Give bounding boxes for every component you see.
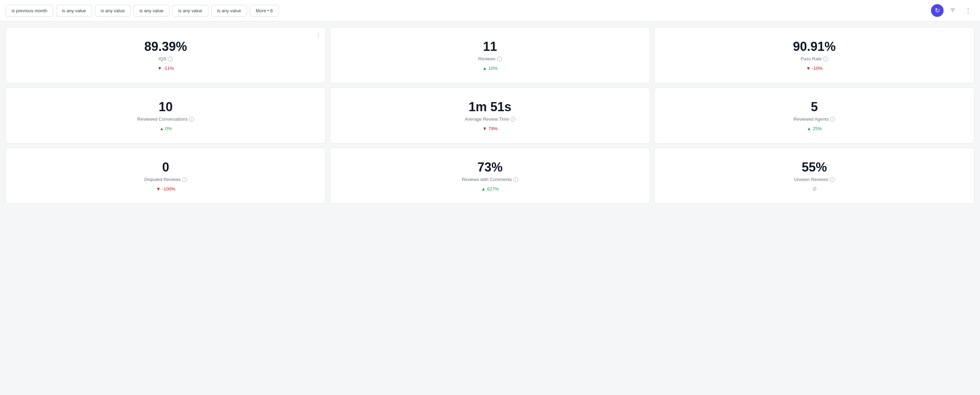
- info-icon-reviews[interactable]: i: [497, 56, 502, 61]
- metrics-grid: ⋮89.39%IQSi -11%11Reviewsi 10%90.91%Pass…: [0, 21, 980, 209]
- metric-card-reviews_with_comments: 73%Reviews with Commentsi 627%: [330, 148, 650, 204]
- metric-change-reviewed_agents: 25%: [807, 126, 822, 131]
- info-icon-reviewed_conversations[interactable]: i: [189, 117, 194, 122]
- filter-pill-f2[interactable]: is any value: [95, 5, 131, 16]
- filter-pill-f3[interactable]: is any value: [134, 5, 170, 16]
- filter-pill-f4[interactable]: is any value: [172, 5, 208, 16]
- more-filters-button[interactable]: More • 8: [250, 5, 279, 16]
- metric-value-reviews_with_comments: 73%: [477, 160, 503, 175]
- metric-change-iqs: -11%: [157, 66, 174, 71]
- metric-card-reviewed_agents: 5Reviewed Agentsi 25%: [654, 87, 974, 144]
- info-icon-reviews_with_comments[interactable]: i: [513, 177, 518, 182]
- metric-change-avg_review_time: 79%: [483, 126, 498, 131]
- arrow-down-icon-avg_review_time: [483, 126, 487, 131]
- more-options-button[interactable]: ⋮: [962, 4, 974, 17]
- arrow-down-icon-iqs: [157, 66, 162, 71]
- metric-change-reviewed_conversations: 0%: [159, 126, 172, 131]
- metric-label-avg_review_time: Average Review Timei: [465, 117, 515, 122]
- metric-value-disputed_reviews: 0: [162, 160, 169, 175]
- metric-value-reviewed_conversations: 10: [159, 100, 173, 114]
- metric-value-avg_review_time: 1m 51s: [469, 100, 511, 114]
- filter-bar: is previous monthis any valueis any valu…: [0, 0, 980, 21]
- metric-card-avg_review_time: 1m 51sAverage Review Timei 79%: [330, 87, 650, 144]
- metric-card-disputed_reviews: 0Disputed Reviewsi -100%: [6, 148, 326, 204]
- metric-label-reviews_with_comments: Reviews with Commentsi: [462, 177, 518, 182]
- metric-label-disputed_reviews: Disputed Reviewsi: [144, 177, 187, 182]
- filter-button[interactable]: [947, 4, 959, 17]
- metric-change-reviews: 10%: [483, 66, 498, 71]
- arrow-down-icon-disputed_reviews: [156, 186, 161, 192]
- metric-change-disputed_reviews: -100%: [156, 186, 175, 192]
- info-icon-reviewed_agents[interactable]: i: [830, 117, 835, 122]
- metric-value-pass_rate: 90.91%: [793, 39, 836, 54]
- info-icon-disputed_reviews[interactable]: i: [182, 177, 187, 182]
- arrow-up-icon-reviews: [483, 66, 487, 71]
- metric-card-reviews: 11Reviewsi 10%: [330, 27, 650, 83]
- info-icon-avg_review_time[interactable]: i: [510, 117, 515, 122]
- refresh-button[interactable]: ↻: [931, 4, 943, 17]
- metric-card-unseen_reviews: 55%Unseen Reviewsi∅: [654, 148, 974, 204]
- filter-pill-f1[interactable]: is any value: [56, 5, 92, 16]
- info-icon-unseen_reviews[interactable]: i: [830, 177, 835, 182]
- card-menu-button[interactable]: ⋮: [316, 32, 321, 38]
- metric-label-pass_rate: Pass Ratei: [801, 56, 828, 61]
- arrow-up-icon-reviewed_agents: [807, 126, 811, 131]
- metric-value-iqs: 89.39%: [144, 39, 187, 54]
- metric-value-unseen_reviews: 55%: [802, 160, 827, 175]
- metric-change-unseen_reviews: ∅: [813, 186, 816, 192]
- info-icon-pass_rate[interactable]: i: [823, 56, 828, 61]
- metric-value-reviews: 11: [483, 39, 497, 54]
- metric-card-pass_rate: 90.91%Pass Ratei -10%: [654, 27, 974, 83]
- metric-change-pass_rate: -10%: [806, 66, 822, 71]
- filter-pill-f5[interactable]: is any value: [211, 5, 247, 16]
- metric-card-reviewed_conversations: 10Reviewed Conversationsi 0%: [6, 87, 326, 144]
- arrow-down-icon-pass_rate: [806, 66, 810, 71]
- filter-pill-date[interactable]: is previous month: [6, 5, 53, 16]
- metric-value-reviewed_agents: 5: [811, 100, 818, 114]
- metric-change-reviews_with_comments: 627%: [481, 186, 499, 192]
- arrow-up-icon-reviews_with_comments: [481, 186, 486, 192]
- metric-label-unseen_reviews: Unseen Reviewsi: [794, 177, 835, 182]
- metric-card-iqs: ⋮89.39%IQSi -11%: [6, 27, 326, 83]
- metric-label-reviews: Reviewsi: [478, 56, 501, 61]
- metric-label-reviewed_conversations: Reviewed Conversationsi: [137, 117, 194, 122]
- arrow-up-icon-reviewed_conversations: [159, 126, 164, 131]
- info-icon-iqs[interactable]: i: [168, 56, 173, 61]
- metric-label-reviewed_agents: Reviewed Agentsi: [794, 117, 835, 122]
- metric-label-iqs: IQSi: [159, 56, 173, 61]
